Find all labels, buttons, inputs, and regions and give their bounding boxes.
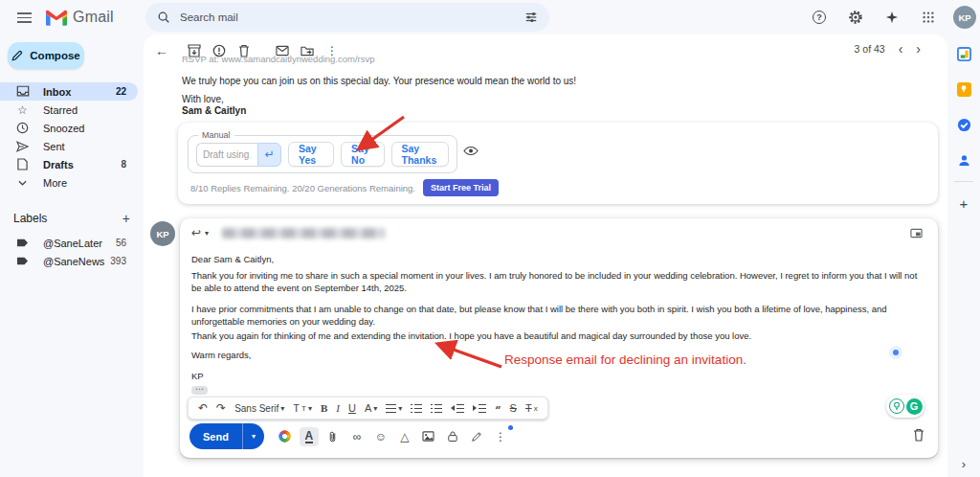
start-free-trial-button[interactable]: Start Free Trial xyxy=(423,179,499,196)
tasks-icon[interactable] xyxy=(952,113,975,136)
search-options-icon[interactable] xyxy=(524,11,538,24)
sidebar-item-drafts[interactable]: Drafts 8 xyxy=(0,155,138,173)
sidebar-item-more[interactable]: More xyxy=(0,173,138,192)
pagination-label: 3 of 43 xyxy=(855,43,885,55)
panel-divider xyxy=(954,181,973,182)
reply-signature[interactable]: KP xyxy=(191,370,923,382)
sidebar-item-sent[interactable]: Sent xyxy=(0,137,138,155)
enter-icon[interactable]: ↵ xyxy=(257,143,281,167)
lightbulb-icon[interactable] xyxy=(889,398,904,414)
back-button[interactable]: ← xyxy=(149,38,174,63)
sidebar-item-snoozed[interactable]: Snoozed xyxy=(0,119,138,137)
send-options-caret[interactable]: ▾ xyxy=(242,423,264,449)
compose-button[interactable]: Compose xyxy=(8,42,84,69)
font-family-value: Sans Serif xyxy=(234,403,278,414)
say-no-button[interactable]: Say No xyxy=(341,142,384,167)
send-button-group[interactable]: Send ▾ xyxy=(189,423,264,449)
reply-arrow-icon[interactable]: ↩ xyxy=(191,226,201,239)
hamburger-icon xyxy=(17,12,32,23)
insert-emoji-icon[interactable]: ☺ xyxy=(371,427,390,446)
search-input[interactable]: Search mail xyxy=(180,11,524,23)
insert-from-drive-icon[interactable]: △ xyxy=(395,427,414,446)
help-button[interactable]: ? xyxy=(808,6,831,29)
newer-button[interactable]: ‹ xyxy=(899,42,903,56)
calendar-icon[interactable] xyxy=(952,42,975,65)
font-size-button[interactable]: TT ▾ xyxy=(293,402,312,414)
main-menu-button[interactable] xyxy=(8,4,40,31)
get-addons-button[interactable]: + xyxy=(952,192,975,215)
italic-button[interactable]: I xyxy=(336,402,340,414)
profile-avatar[interactable]: KP xyxy=(953,6,976,29)
email-body-line: We truly hope you can join us on this sp… xyxy=(182,76,576,86)
search-icon[interactable] xyxy=(157,11,170,24)
left-sidebar: Compose Inbox 22 ☆ Starred Snoozed Sent … xyxy=(0,38,144,270)
sidebar-item-label: Inbox xyxy=(43,86,71,98)
contacts-icon[interactable] xyxy=(952,148,975,171)
more-send-options-icon[interactable]: ⋮ xyxy=(491,427,510,446)
align-button[interactable]: ▾ xyxy=(386,404,402,413)
reply-type-caret-icon[interactable]: ▾ xyxy=(205,229,209,238)
reply-paragraph[interactable]: Thank you for inviting me to share in su… xyxy=(191,269,923,294)
search-bar[interactable]: Search mail xyxy=(145,3,549,32)
create-label-button[interactable]: + xyxy=(122,211,130,226)
insert-link-icon[interactable]: ∞ xyxy=(347,427,367,446)
insert-signature-icon[interactable] xyxy=(467,427,486,446)
underline-button[interactable]: U xyxy=(348,402,356,414)
trimmed-content-button[interactable]: ⋯ xyxy=(191,386,208,395)
sidebar-item-inbox[interactable]: Inbox 22 xyxy=(0,82,138,101)
indent-more-button[interactable] xyxy=(473,404,486,413)
redo-icon[interactable]: ↷ xyxy=(216,401,226,415)
reply-paragraph[interactable]: I have prior commitments that I am unabl… xyxy=(191,303,923,328)
gmail-logo[interactable]: Gmail xyxy=(46,9,114,26)
apps-button[interactable] xyxy=(917,6,940,29)
quote-button[interactable]: “ xyxy=(495,409,501,413)
confidential-mode-icon[interactable] xyxy=(443,427,462,446)
bold-button[interactable]: B xyxy=(321,402,327,414)
ai-assistant-icon[interactable] xyxy=(276,427,295,446)
clock-icon xyxy=(15,122,30,134)
reply-greeting[interactable]: Dear Sam & Caitlyn, xyxy=(191,253,923,265)
assistant-dot-icon[interactable] xyxy=(893,350,899,355)
attach-file-icon[interactable] xyxy=(323,427,343,446)
sidebar-label-sanelater[interactable]: @SaneLater 56 xyxy=(0,234,138,252)
send-button[interactable]: Send xyxy=(189,423,242,449)
settings-button[interactable] xyxy=(844,6,867,29)
sidebar-item-label: Drafts xyxy=(43,159,74,170)
email-sender-signature: Sam & Caitlyn xyxy=(182,105,246,116)
recipient-field-blurred[interactable] xyxy=(222,228,385,238)
keep-icon[interactable] xyxy=(952,78,975,101)
sidebar-item-starred[interactable]: ☆ Starred xyxy=(0,101,138,119)
ai-usage-text: 8/10 Replies Remaining. 20/20 Generation… xyxy=(190,183,415,193)
font-family-select[interactable]: Sans Serif ▾ xyxy=(234,403,284,414)
bulleted-list-button[interactable] xyxy=(431,404,442,413)
sidebar-item-label: Snoozed xyxy=(43,123,84,134)
label-tag-icon xyxy=(15,256,30,266)
email-rsvp-line[interactable]: RSVP at: www.samandcaitlynwedding.com/rs… xyxy=(182,54,375,64)
gemini-button[interactable] xyxy=(880,6,903,29)
strikethrough-button[interactable]: S xyxy=(510,402,517,414)
formatting-options-button[interactable]: A xyxy=(300,427,319,446)
older-button[interactable]: › xyxy=(916,42,921,56)
insert-photo-icon[interactable] xyxy=(419,427,438,446)
reply-paragraph[interactable]: Thank you again for thinking of me and e… xyxy=(191,329,923,342)
remove-formatting-button[interactable]: Tx xyxy=(525,402,538,414)
discard-draft-icon[interactable] xyxy=(913,428,924,442)
grammarly-icon[interactable]: G xyxy=(906,398,923,415)
grammarly-widget[interactable]: G xyxy=(886,395,924,418)
sidebar-item-label: More xyxy=(43,177,67,189)
numbered-list-button[interactable] xyxy=(411,404,422,413)
drafts-count: 8 xyxy=(121,159,126,170)
labels-header: Labels + xyxy=(13,211,130,226)
label-tag-icon xyxy=(15,238,30,248)
say-yes-button[interactable]: Say Yes xyxy=(288,142,334,167)
text-color-button[interactable]: A ▾ xyxy=(365,402,377,414)
draft-ai-input[interactable] xyxy=(196,143,257,167)
say-thanks-button[interactable]: Say Thanks xyxy=(391,142,449,167)
indent-less-button[interactable] xyxy=(451,404,464,413)
show-side-panel-icon[interactable]: › xyxy=(962,457,966,471)
chevron-down-icon: ▾ xyxy=(398,404,402,413)
undo-icon[interactable]: ↶ xyxy=(198,401,208,415)
popout-icon[interactable] xyxy=(910,228,923,238)
sidebar-label-sanenews[interactable]: @SaneNews 393 xyxy=(0,252,138,270)
eye-icon[interactable] xyxy=(463,146,479,156)
